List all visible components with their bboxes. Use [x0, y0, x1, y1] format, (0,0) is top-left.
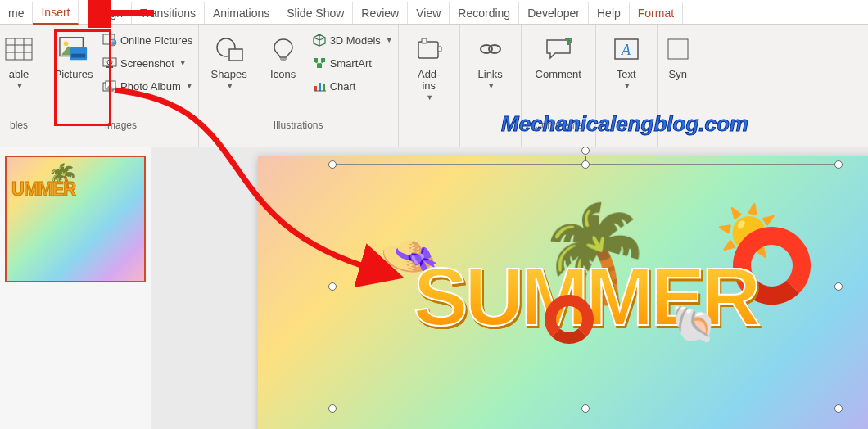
text-button[interactable]: A Text ▼	[601, 28, 652, 118]
link-icon	[476, 34, 505, 64]
group-label-tables: bles	[0, 118, 38, 133]
table-icon	[4, 34, 34, 64]
group-text: A Text ▼	[596, 25, 658, 147]
resize-handle-ne[interactable]	[834, 160, 843, 169]
smartart-button[interactable]: SmartArt	[312, 54, 393, 72]
chevron-down-icon: ▼	[426, 92, 433, 103]
3d-models-button[interactable]: 3D Models ▼	[312, 31, 393, 49]
tab-help[interactable]: Help	[589, 2, 630, 24]
chart-button[interactable]: Chart	[312, 77, 393, 95]
chevron-down-icon: ▼	[226, 80, 233, 92]
table-button[interactable]: able ▼	[0, 28, 38, 118]
selected-picture[interactable]: 🌴 ☀️ 👒 SUMMER 🐚	[332, 164, 839, 409]
resize-handle-n[interactable]	[581, 160, 590, 169]
screenshot-label: Screenshot	[120, 57, 174, 70]
svg-rect-31	[668, 39, 688, 59]
links-button[interactable]: Links ▼	[465, 28, 516, 118]
smartart-label: SmartArt	[330, 57, 372, 70]
svg-point-28	[489, 45, 500, 53]
smartart-icon	[312, 56, 327, 70]
screenshot-button[interactable]: Screenshot ▼	[102, 54, 193, 72]
group-label-images: Images	[48, 118, 193, 133]
icons-button[interactable]: Icons	[258, 28, 309, 118]
chevron-down-icon: ▼	[186, 82, 193, 90]
pictures-label: Pictures	[55, 69, 93, 80]
slide-thumbnail-1[interactable]: 🌴 UMMER	[5, 156, 146, 282]
photo-album-button[interactable]: Photo Album ▼	[102, 77, 193, 95]
tab-insert[interactable]: Insert	[33, 1, 79, 25]
svg-rect-15	[106, 81, 115, 89]
resize-handle-sw[interactable]	[328, 404, 337, 413]
tab-view[interactable]: View	[408, 2, 450, 24]
screenshot-icon	[102, 56, 117, 70]
group-illustrations: Shapes ▼ Icons 3D Models ▼	[199, 25, 399, 147]
picture-icon	[59, 34, 88, 64]
group-symbols: Syn	[658, 25, 698, 147]
svg-point-12	[107, 60, 112, 65]
tab-animations[interactable]: Animations	[205, 2, 278, 24]
group-label-addins	[404, 118, 454, 133]
svg-rect-20	[317, 64, 322, 68]
shapes-button[interactable]: Shapes ▼	[204, 28, 255, 118]
pictures-button[interactable]: Pictures	[48, 28, 99, 118]
svg-rect-0	[6, 38, 32, 60]
tab-home[interactable]: me	[0, 2, 33, 24]
slide-canvas[interactable]: 🌴 ☀️ 👒 SUMMER 🐚 CLICK TO ADD TITLE	[151, 147, 868, 429]
resize-handle-e[interactable]	[834, 282, 843, 291]
thumb-summer-text: UMMER	[11, 178, 75, 201]
tab-slideshow[interactable]: Slide Show	[278, 2, 353, 24]
svg-rect-13	[106, 66, 113, 68]
icons-icon	[269, 34, 298, 64]
comment-icon	[544, 34, 573, 64]
svg-rect-26	[438, 47, 441, 52]
ribbon: able ▼ bles Pictures Online Pictures	[0, 25, 868, 147]
lifebuoy-icon	[545, 295, 594, 344]
tab-developer[interactable]: Developer	[519, 2, 589, 24]
addins-icon	[414, 34, 444, 64]
shapes-icon	[215, 34, 244, 64]
slide-thumbnails[interactable]: 🌴 UMMER	[0, 147, 151, 429]
3d-models-label: 3D Models	[330, 34, 381, 47]
chevron-down-icon: ▼	[179, 59, 187, 67]
text-label: Text	[617, 69, 636, 80]
photo-album-label: Photo Album	[120, 80, 181, 93]
tab-design[interactable]: Design	[79, 2, 132, 24]
group-label-text	[601, 118, 652, 133]
summer-art: 🌴 ☀️ 👒 SUMMER 🐚	[356, 255, 815, 337]
svg-rect-25	[422, 38, 427, 43]
svg-rect-21	[314, 86, 317, 91]
resize-handle-se[interactable]	[834, 404, 843, 413]
shapes-label: Shapes	[211, 69, 247, 80]
symbols-button[interactable]: Syn	[662, 28, 694, 118]
textbox-icon: A	[612, 34, 641, 64]
addins-button[interactable]: Add- ins ▼	[404, 28, 454, 118]
group-label-symbols	[662, 118, 694, 133]
icons-label: Icons	[270, 69, 296, 80]
svg-rect-17	[229, 49, 242, 61]
tab-recording[interactable]: Recording	[450, 2, 519, 24]
tab-review[interactable]: Review	[353, 2, 408, 24]
svg-rect-24	[418, 42, 438, 58]
tab-transitions[interactable]: Transitions	[132, 2, 205, 24]
svg-rect-22	[319, 83, 321, 91]
symbols-label: Syn	[669, 69, 687, 80]
chevron-down-icon: ▼	[487, 80, 495, 92]
workspace: 🌴 UMMER 🌴 ☀️ 👒 SUMMER	[0, 147, 868, 429]
online-pictures-icon	[102, 33, 117, 47]
svg-rect-19	[321, 58, 325, 62]
ribbon-tabs: me Insert Design Transitions Animations …	[0, 0, 868, 25]
tab-format[interactable]: Format	[630, 2, 683, 24]
svg-point-6	[64, 42, 69, 47]
comment-button[interactable]: Comment	[527, 28, 590, 118]
svg-rect-23	[323, 84, 325, 91]
chart-icon	[312, 79, 327, 93]
online-pictures-button[interactable]: Online Pictures	[102, 31, 193, 49]
resize-handle-s[interactable]	[581, 404, 590, 413]
links-label: Links	[478, 69, 503, 80]
rotate-handle[interactable]	[581, 147, 590, 155]
resize-handle-w[interactable]	[328, 282, 337, 291]
online-pictures-label: Online Pictures	[120, 34, 192, 47]
resize-handle-nw[interactable]	[328, 160, 337, 169]
comment-label: Comment	[536, 69, 581, 80]
slide[interactable]: 🌴 ☀️ 👒 SUMMER 🐚 CLICK TO ADD TITLE	[258, 156, 868, 429]
